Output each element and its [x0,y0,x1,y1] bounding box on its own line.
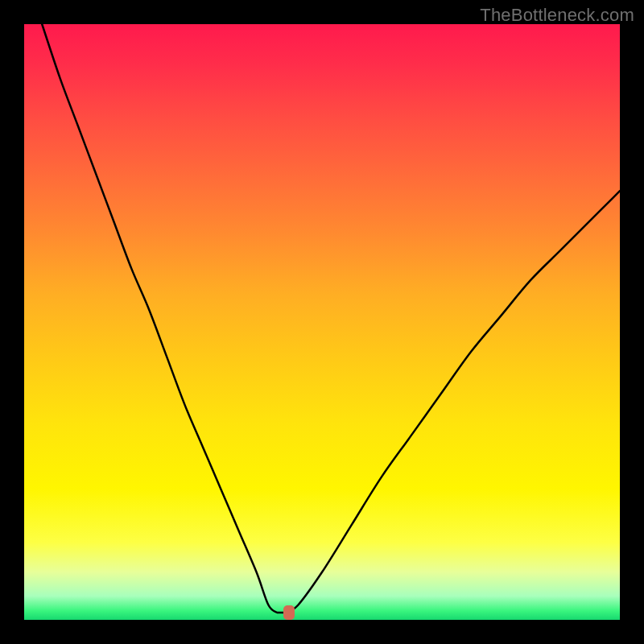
plot-area [24,24,620,620]
curve-path [42,24,620,613]
watermark-text: TheBottleneck.com [480,5,634,26]
outer-frame: TheBottleneck.com [0,0,644,644]
optimal-marker [283,605,295,620]
bottleneck-curve [24,24,620,620]
